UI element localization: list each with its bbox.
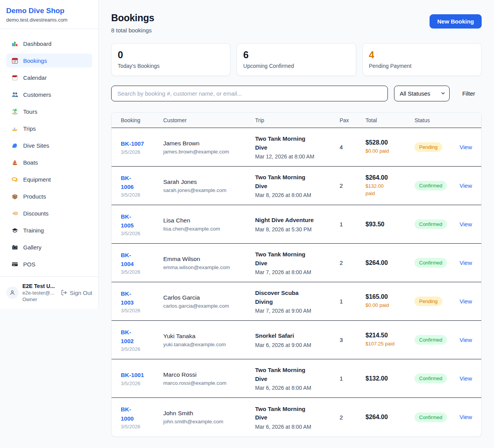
sidebar-item-dive-sites[interactable]: Dive Sites [6,138,92,152]
sidebar-item-pos[interactable]: POS [6,257,92,271]
status-filter: All Statuses [394,86,450,101]
calendar-date-icon: 17 [11,57,19,64]
booking-number-link[interactable]: BK-1003 [121,289,134,307]
sidebar-item-label: Trips [23,125,36,132]
sidebar-item-trips[interactable]: Trips [6,121,92,135]
paid-amount: $0.00 paid [365,302,414,309]
view-link[interactable]: View [460,182,472,189]
trip-name: Two Tank MorningDive [255,250,340,268]
avatar [6,286,19,299]
booking-number-link[interactable]: BK-1001 [121,371,144,379]
camera-icon [11,244,19,251]
sidebar-item-products[interactable]: Products [6,189,92,203]
sidebar-item-dashboard[interactable]: Dashboard [6,37,92,51]
calendar-icon [11,74,19,81]
page-subtitle: 8 total bookings [111,27,154,34]
pax-count: 2 [340,414,365,421]
sidebar-item-label: Training [23,227,44,234]
table-row: BK-1003 3/5/2026 Carlos Garcia carlos.ga… [112,282,481,321]
status-badge: Pending [414,296,442,306]
sidebar-item-label: Tours [23,108,37,115]
sidebar-item-calendar[interactable]: Calendar [6,71,92,84]
customer-name: John Smith [163,410,255,417]
view-link[interactable]: View [460,298,472,305]
pax-count: 1 [340,221,365,227]
column-header-total: Total [365,117,414,123]
stat-value: 6 [243,49,349,61]
filter-controls: All Statuses Filter [111,86,482,101]
booking-date: 3/5/2026 [121,424,163,429]
customer-email: john.smith@example.com [163,419,255,424]
user-section: E2E Test U... e2e-tester@... Owner Sign … [0,276,98,308]
sailboat-icon [11,159,19,166]
status-badge: Confirmed [414,335,447,345]
total-amount: $132.00 [365,375,414,382]
booking-number-link[interactable]: BK-1004 [121,251,134,269]
dive-mask-icon [11,176,19,183]
sidebar-item-label: Gallery [23,244,42,251]
new-booking-button[interactable]: New Booking [430,14,482,29]
trip-name: Discover ScubaDiving [255,289,340,306]
booking-number-link[interactable]: BK-1007 [121,139,144,148]
paid-amount: $0.00 paid [365,148,414,155]
sidebar-item-bookings[interactable]: 17 Bookings [6,54,92,67]
view-link[interactable]: View [460,414,472,420]
sidebar-item-label: Products [23,193,46,200]
view-link[interactable]: View [460,375,472,382]
booking-date: 3/5/2026 [121,381,163,386]
sidebar-item-label: Dashboard [23,40,51,47]
bookings-table: Booking Customer Trip Pax Total Status B… [111,112,482,437]
stat-value: 4 [369,49,475,61]
stat-label: Upcoming Confirmed [243,63,349,69]
sidebar-item-equipment[interactable]: Equipment [6,172,92,186]
brand-block: Demo Dive Shop demo.test.divestreams.com [0,0,98,29]
stat-card-pending-payment: 4 Pending Payment [362,43,482,76]
status-badge: Confirmed [414,181,447,190]
total-amount: $264.00 [365,259,414,266]
booking-date: 3/5/2026 [121,231,163,236]
brand-domain: demo.test.divestreams.com [6,17,92,23]
table-row: BK-1004 3/5/2026 Emma Wilson emma.wilson… [112,244,481,282]
booking-date: 3/5/2026 [121,149,163,155]
sidebar-item-discounts[interactable]: Discounts [6,206,92,220]
customer-email: carlos.garcia@example.com [163,303,255,309]
stat-value: 0 [118,49,224,61]
stat-label: Today's Bookings [118,63,224,69]
total-amount: $528.00 [365,139,414,146]
status-filter-select[interactable]: All Statuses [394,86,450,101]
view-link[interactable]: View [460,221,472,227]
sidebar-item-label: Boats [23,159,38,166]
island-icon [11,108,19,115]
trip-name: Two Tank MorningDive [255,405,340,422]
booking-number-link[interactable]: BK-1002 [121,328,134,346]
view-link[interactable]: View [460,144,472,150]
view-link[interactable]: View [460,259,472,266]
customer-email: james.brown@example.com [163,149,255,155]
paid-amount: $132.00paid [365,183,414,197]
trip-datetime: Mar 8, 2026 at 5:30 PM [255,226,340,232]
user-name: E2E Test U... [22,283,57,289]
trip-datetime: Mar 7, 2026 at 9:00 AM [255,308,340,314]
pax-count: 3 [340,337,365,343]
customer-name: Marco Rossi [163,371,255,378]
booking-number-link[interactable]: BK-1005 [121,212,134,230]
customer-email: marco.rossi@example.com [163,380,255,386]
search-input[interactable] [111,86,388,101]
customer-email: lisa.chen@example.com [163,226,255,232]
view-link[interactable]: View [460,337,472,343]
column-header-trip: Trip [255,117,340,123]
sidebar: Demo Dive Shop demo.test.divestreams.com… [0,0,99,308]
speedboat-icon [11,125,19,132]
customer-name: Emma Wilson [163,256,255,263]
booking-number-link[interactable]: BK-1000 [121,405,134,423]
sidebar-item-gallery[interactable]: Gallery [6,240,92,254]
sidebar-item-boats[interactable]: Boats [6,155,92,169]
sidebar-item-training[interactable]: Training [6,223,92,237]
status-badge: Confirmed [414,219,447,229]
filter-button[interactable]: Filter [456,90,482,97]
sidebar-item-tours[interactable]: Tours [6,104,92,118]
customer-name: Carlos Garcia [163,294,255,301]
sidebar-item-customers[interactable]: Customers [6,88,92,101]
sign-out-button[interactable]: Sign Out [61,290,92,296]
booking-number-link[interactable]: BK-1006 [121,173,134,192]
